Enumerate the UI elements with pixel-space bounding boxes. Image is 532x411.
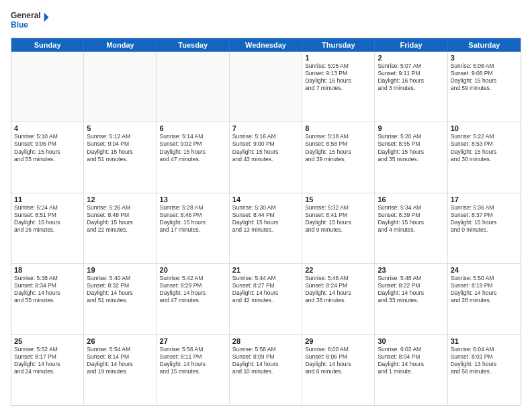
cal-cell: 7Sunrise: 5:16 AM Sunset: 9:00 PM Daylig… <box>230 122 302 192</box>
cal-cell: 28Sunrise: 5:58 AM Sunset: 8:09 PM Dayli… <box>230 335 302 405</box>
cal-cell: 16Sunrise: 5:34 AM Sunset: 8:39 PM Dayli… <box>375 193 447 263</box>
day-number: 22 <box>305 266 371 274</box>
day-number: 21 <box>232 266 299 274</box>
cell-text: Sunrise: 5:56 AM Sunset: 8:11 PM Dayligh… <box>160 346 226 375</box>
day-number: 13 <box>160 195 226 203</box>
cell-text: Sunrise: 5:36 AM Sunset: 8:37 PM Dayligh… <box>451 204 518 234</box>
cal-cell: 2Sunrise: 5:07 AM Sunset: 9:11 PM Daylig… <box>375 52 447 122</box>
header-day-tuesday: Tuesday <box>157 38 230 52</box>
cell-text: Sunrise: 6:04 AM Sunset: 8:01 PM Dayligh… <box>451 346 518 375</box>
day-number: 16 <box>378 195 444 203</box>
calendar-week-4: 18Sunrise: 5:38 AM Sunset: 8:34 PM Dayli… <box>11 264 521 334</box>
day-number: 10 <box>451 124 518 132</box>
cell-text: Sunrise: 5:24 AM Sunset: 8:51 PM Dayligh… <box>14 204 81 234</box>
day-number: 2 <box>378 54 444 62</box>
cell-text: Sunrise: 5:14 AM Sunset: 9:02 PM Dayligh… <box>160 133 226 163</box>
svg-marker-2 <box>44 13 49 22</box>
cell-text: Sunrise: 5:10 AM Sunset: 9:06 PM Dayligh… <box>14 133 81 163</box>
calendar: SundayMondayTuesdayWednesdayThursdayFrid… <box>11 38 521 406</box>
cal-cell: 12Sunrise: 5:26 AM Sunset: 8:48 PM Dayli… <box>84 193 157 263</box>
day-number: 19 <box>87 266 153 274</box>
cell-text: Sunrise: 5:30 AM Sunset: 8:44 PM Dayligh… <box>232 204 299 234</box>
cal-cell: 31Sunrise: 6:04 AM Sunset: 8:01 PM Dayli… <box>448 335 521 405</box>
day-number: 4 <box>14 124 81 132</box>
cal-cell: 3Sunrise: 5:08 AM Sunset: 9:08 PM Daylig… <box>448 52 521 122</box>
cell-text: Sunrise: 5:05 AM Sunset: 9:13 PM Dayligh… <box>305 62 371 92</box>
cell-text: Sunrise: 5:26 AM Sunset: 8:48 PM Dayligh… <box>87 204 153 234</box>
day-number: 28 <box>232 337 299 345</box>
cell-text: Sunrise: 5:18 AM Sunset: 8:58 PM Dayligh… <box>305 133 371 163</box>
logo-svg: General Blue <box>11 8 51 32</box>
logo: General Blue <box>11 8 51 32</box>
day-number: 7 <box>232 124 299 132</box>
cal-cell: 6Sunrise: 5:14 AM Sunset: 9:02 PM Daylig… <box>157 122 230 192</box>
calendar-body: 1Sunrise: 5:05 AM Sunset: 9:13 PM Daylig… <box>11 52 521 405</box>
calendar-week-1: 1Sunrise: 5:05 AM Sunset: 9:13 PM Daylig… <box>11 52 521 122</box>
cell-text: Sunrise: 6:02 AM Sunset: 8:04 PM Dayligh… <box>378 346 444 375</box>
cal-cell: 20Sunrise: 5:42 AM Sunset: 8:29 PM Dayli… <box>157 264 230 334</box>
calendar-week-2: 4Sunrise: 5:10 AM Sunset: 9:06 PM Daylig… <box>11 122 521 193</box>
page: General Blue SundayMondayTuesdayWednesda… <box>0 0 532 411</box>
cal-cell <box>157 52 230 122</box>
day-number: 8 <box>305 124 371 132</box>
day-number: 12 <box>87 195 153 203</box>
cell-text: Sunrise: 5:22 AM Sunset: 8:53 PM Dayligh… <box>451 133 518 163</box>
cal-cell: 30Sunrise: 6:02 AM Sunset: 8:04 PM Dayli… <box>375 335 447 405</box>
cal-cell: 21Sunrise: 5:44 AM Sunset: 8:27 PM Dayli… <box>230 264 302 334</box>
cal-cell: 26Sunrise: 5:54 AM Sunset: 8:14 PM Dayli… <box>84 335 157 405</box>
cal-cell: 5Sunrise: 5:12 AM Sunset: 9:04 PM Daylig… <box>84 122 157 192</box>
header: General Blue <box>11 8 521 32</box>
header-day-friday: Friday <box>375 38 447 52</box>
cal-cell: 29Sunrise: 6:00 AM Sunset: 8:06 PM Dayli… <box>302 335 375 405</box>
day-number: 29 <box>305 337 371 345</box>
day-number: 15 <box>305 195 371 203</box>
header-day-wednesday: Wednesday <box>230 38 302 52</box>
cal-cell: 15Sunrise: 5:32 AM Sunset: 8:41 PM Dayli… <box>302 193 375 263</box>
cell-text: Sunrise: 5:54 AM Sunset: 8:14 PM Dayligh… <box>87 346 153 375</box>
cell-text: Sunrise: 5:52 AM Sunset: 8:17 PM Dayligh… <box>14 346 81 375</box>
cell-text: Sunrise: 5:34 AM Sunset: 8:39 PM Dayligh… <box>378 204 444 234</box>
cal-cell: 13Sunrise: 5:28 AM Sunset: 8:46 PM Dayli… <box>157 193 230 263</box>
cal-cell: 14Sunrise: 5:30 AM Sunset: 8:44 PM Dayli… <box>230 193 302 263</box>
cell-text: Sunrise: 5:08 AM Sunset: 9:08 PM Dayligh… <box>451 62 518 92</box>
cell-text: Sunrise: 5:32 AM Sunset: 8:41 PM Dayligh… <box>305 204 371 234</box>
cell-text: Sunrise: 5:20 AM Sunset: 8:55 PM Dayligh… <box>378 133 444 163</box>
day-number: 20 <box>160 266 226 274</box>
header-day-sunday: Sunday <box>11 38 84 52</box>
day-number: 14 <box>232 195 299 203</box>
header-day-saturday: Saturday <box>448 38 521 52</box>
day-number: 9 <box>378 124 444 132</box>
day-number: 11 <box>14 195 81 203</box>
day-number: 30 <box>378 337 444 345</box>
cal-cell: 10Sunrise: 5:22 AM Sunset: 8:53 PM Dayli… <box>448 122 521 192</box>
cal-cell <box>11 52 84 122</box>
cal-cell: 18Sunrise: 5:38 AM Sunset: 8:34 PM Dayli… <box>11 264 84 334</box>
cell-text: Sunrise: 5:48 AM Sunset: 8:22 PM Dayligh… <box>378 275 444 304</box>
svg-text:Blue: Blue <box>11 20 28 30</box>
header-day-thursday: Thursday <box>302 38 375 52</box>
day-number: 18 <box>14 266 81 274</box>
cal-cell: 25Sunrise: 5:52 AM Sunset: 8:17 PM Dayli… <box>11 335 84 405</box>
calendar-week-5: 25Sunrise: 5:52 AM Sunset: 8:17 PM Dayli… <box>11 335 521 405</box>
svg-text:General: General <box>11 11 41 20</box>
cal-cell: 8Sunrise: 5:18 AM Sunset: 8:58 PM Daylig… <box>302 122 375 192</box>
day-number: 5 <box>87 124 153 132</box>
cell-text: Sunrise: 5:42 AM Sunset: 8:29 PM Dayligh… <box>160 275 226 304</box>
cell-text: Sunrise: 5:40 AM Sunset: 8:32 PM Dayligh… <box>87 275 153 304</box>
header-day-monday: Monday <box>84 38 157 52</box>
cal-cell: 17Sunrise: 5:36 AM Sunset: 8:37 PM Dayli… <box>448 193 521 263</box>
day-number: 25 <box>14 337 81 345</box>
cal-cell <box>84 52 157 122</box>
day-number: 24 <box>451 266 518 274</box>
cal-cell: 11Sunrise: 5:24 AM Sunset: 8:51 PM Dayli… <box>11 193 84 263</box>
cell-text: Sunrise: 5:16 AM Sunset: 9:00 PM Dayligh… <box>232 133 299 163</box>
cell-text: Sunrise: 5:07 AM Sunset: 9:11 PM Dayligh… <box>378 62 444 92</box>
calendar-week-3: 11Sunrise: 5:24 AM Sunset: 8:51 PM Dayli… <box>11 193 521 264</box>
day-number: 23 <box>378 266 444 274</box>
day-number: 31 <box>451 337 518 345</box>
cal-cell: 19Sunrise: 5:40 AM Sunset: 8:32 PM Dayli… <box>84 264 157 334</box>
cal-cell <box>230 52 302 122</box>
cal-cell: 1Sunrise: 5:05 AM Sunset: 9:13 PM Daylig… <box>302 52 375 122</box>
cal-cell: 4Sunrise: 5:10 AM Sunset: 9:06 PM Daylig… <box>11 122 84 192</box>
cal-cell: 9Sunrise: 5:20 AM Sunset: 8:55 PM Daylig… <box>375 122 447 192</box>
